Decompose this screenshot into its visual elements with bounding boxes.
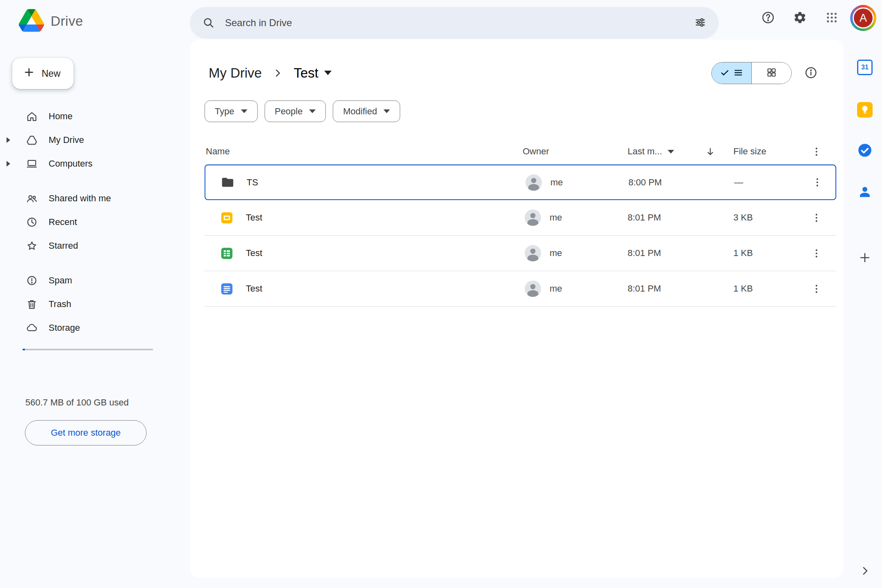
column-header-size[interactable]: File size [733,139,766,164]
get-more-storage-button[interactable]: Get more storage [25,420,147,445]
search-input[interactable] [221,17,688,29]
sidebar-item-trash[interactable]: Trash [0,292,190,316]
column-header-modified[interactable]: Last m... [628,139,674,164]
more-vert-icon [811,283,822,294]
starred-icon [26,240,38,252]
show-side-panel-button[interactable] [853,559,877,584]
modified-filter-label: Modified [343,106,377,117]
column-header-name[interactable]: Name [206,139,230,164]
sort-direction-button[interactable] [705,139,716,164]
sidebar-item-starred[interactable]: Starred [0,234,190,258]
expand-arrow-icon[interactable] [7,137,10,143]
check-icon [719,67,730,79]
sidebar-item-my-drive[interactable]: My Drive [0,128,190,152]
tasks-button[interactable] [853,138,877,163]
file-browser-panel: My Drive Test [190,40,844,578]
breadcrumb-my-drive[interactable]: My Drive [205,64,266,82]
file-owner: me [550,165,563,199]
row-more-button[interactable] [806,208,826,227]
new-button[interactable]: New [12,58,74,89]
spam-icon [26,274,38,287]
filter-chips: Type People Modified [205,100,400,122]
apps-grid-icon [825,11,838,25]
sidebar-item-label: Starred [49,241,78,251]
sidebar-item-recent[interactable]: Recent [0,210,190,234]
sidebar-item-shared-with-me[interactable]: Shared with me [0,187,190,210]
table-row[interactable]: Test me 8:01 PM 1 KB [205,236,836,271]
drive-brand[interactable]: Drive [19,9,83,33]
sidebar-item-computers[interactable]: Computers [0,152,190,176]
details-button[interactable] [801,63,821,83]
sidebar-item-label: Shared with me [49,193,111,204]
people-filter-label: People [275,106,303,117]
file-size: — [734,165,743,199]
table-row[interactable]: Test me 8:01 PM 1 KB [205,271,836,307]
file-name: Test [246,271,262,306]
modified-filter-chip[interactable]: Modified [333,100,400,122]
grid-view-button[interactable] [751,62,791,84]
view-toggle [711,62,792,84]
owner-avatar [526,165,542,199]
expand-arrow-icon[interactable] [7,161,10,167]
account-avatar[interactable]: A [850,5,876,31]
sidebar: New Home My Drive [0,40,190,588]
chevron-right-icon [859,565,871,578]
owner-avatar [525,236,541,271]
file-size: 1 KB [733,271,753,306]
table-row[interactable]: Test me 8:01 PM 3 KB [205,200,836,236]
list-icon [733,67,744,79]
sidebar-item-home[interactable]: Home [0,105,190,128]
arrow-drop-down-icon [668,150,674,154]
table-row[interactable]: TS me 8:00 PM — [205,165,836,200]
apps-grid-button[interactable] [818,4,845,31]
arrow-drop-down-icon [383,109,390,113]
search-bar[interactable] [190,7,719,39]
person-icon [526,174,542,191]
avatar-initial: A [853,7,874,29]
breadcrumb-current-folder[interactable]: Test [290,64,336,82]
sidebar-item-storage[interactable]: Storage [0,316,190,340]
row-more-button[interactable] [807,173,827,192]
arrow-drop-down-icon [241,109,247,113]
app-title: Drive [51,13,83,29]
sidebar-item-spam[interactable]: Spam [0,269,190,292]
people-filter-chip[interactable]: People [265,100,326,122]
sidebar-item-label: Trash [49,299,71,310]
search-button[interactable] [196,10,221,36]
list-view-button[interactable] [712,62,751,84]
row-more-button[interactable] [806,279,826,298]
get-addons-button[interactable] [853,246,877,270]
recent-icon [26,216,38,228]
topbar-actions: A [755,4,876,31]
calendar-button[interactable]: 31 [853,55,877,80]
settings-button[interactable] [786,4,813,31]
storage-progress-fill [22,349,25,350]
docs-file-icon [220,271,234,306]
computers-icon [26,158,38,170]
help-button[interactable] [755,4,782,31]
breadcrumb-current-label: Test [294,65,318,81]
search-icon [202,16,214,30]
header-more-button[interactable] [806,139,826,164]
search-options-button[interactable] [688,10,713,36]
add-icon [858,251,872,266]
column-header-owner[interactable]: Owner [523,139,549,164]
type-filter-label: Type [215,106,234,117]
shared-with-me-icon [26,192,38,205]
info-icon [804,66,818,81]
tune-icon [694,16,706,30]
person-icon [525,281,541,297]
my-drive-icon [26,134,38,146]
keep-button[interactable] [853,98,877,122]
row-more-button[interactable] [806,243,826,263]
storage-progressbar [22,349,153,350]
file-table: Name Owner Last m... File size [205,139,836,307]
contacts-button[interactable] [853,180,877,204]
help-icon [761,11,775,26]
sidebar-item-label: My Drive [49,135,84,145]
file-name: TS [247,165,258,199]
type-filter-chip[interactable]: Type [205,100,258,122]
plus-icon [23,66,35,81]
table-header: Name Owner Last m... File size [205,139,836,165]
storage-cloud-icon [26,322,38,334]
